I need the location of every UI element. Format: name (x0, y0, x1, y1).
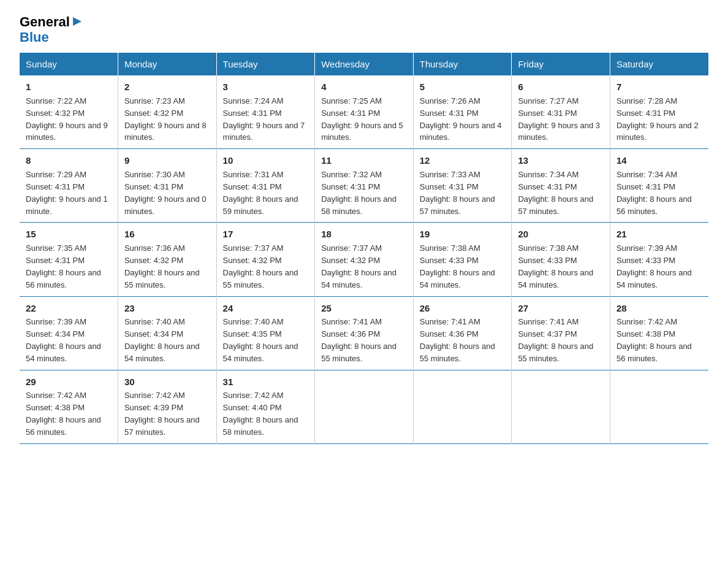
day-sunset: Sunset: 4:34 PM (26, 329, 85, 339)
calendar-cell: 19Sunrise: 7:38 AMSunset: 4:33 PMDayligh… (413, 223, 512, 296)
day-daylight: Daylight: 8 hours and 56 minutes. (616, 194, 692, 216)
calendar-cell: 11Sunrise: 7:32 AMSunset: 4:31 PMDayligh… (315, 149, 414, 223)
calendar-week-row: 22Sunrise: 7:39 AMSunset: 4:34 PMDayligh… (20, 296, 708, 370)
day-number: 25 (321, 302, 407, 315)
day-daylight: Daylight: 8 hours and 55 minutes. (321, 342, 396, 363)
day-daylight: Daylight: 8 hours and 54 minutes. (616, 268, 692, 289)
calendar-cell: 6Sunrise: 7:27 AMSunset: 4:31 PMDaylight… (512, 75, 610, 149)
day-daylight: Daylight: 9 hours and 2 minutes. (616, 121, 699, 142)
day-sunset: Sunset: 4:31 PM (321, 109, 380, 118)
day-number: 8 (26, 154, 112, 167)
day-sunset: Sunset: 4:33 PM (518, 256, 577, 265)
day-sunrise: Sunrise: 7:41 AM (420, 317, 480, 326)
calendar-cell: 26Sunrise: 7:41 AMSunset: 4:36 PMDayligh… (413, 296, 512, 370)
day-number: 6 (518, 80, 604, 94)
day-number: 26 (420, 302, 506, 315)
day-daylight: Daylight: 9 hours and 8 minutes. (124, 121, 207, 142)
calendar-cell: 24Sunrise: 7:40 AMSunset: 4:35 PMDayligh… (216, 296, 315, 370)
day-sunset: Sunset: 4:36 PM (420, 329, 479, 339)
day-daylight: Daylight: 9 hours and 1 minute. (26, 194, 108, 216)
logo-arrow-icon (70, 15, 84, 28)
day-number: 23 (124, 302, 210, 315)
day-sunset: Sunset: 4:31 PM (616, 109, 675, 118)
calendar-cell (512, 370, 610, 443)
day-daylight: Daylight: 8 hours and 57 minutes. (420, 194, 495, 216)
day-header-wednesday: Wednesday (315, 53, 414, 75)
day-number: 22 (26, 302, 112, 315)
day-daylight: Daylight: 8 hours and 54 minutes. (420, 268, 495, 289)
calendar-cell: 28Sunrise: 7:42 AMSunset: 4:38 PMDayligh… (610, 296, 708, 370)
day-sunrise: Sunrise: 7:31 AM (223, 170, 284, 179)
calendar-cell: 23Sunrise: 7:40 AMSunset: 4:34 PMDayligh… (118, 296, 216, 370)
day-number: 31 (223, 375, 309, 389)
day-number: 18 (321, 228, 407, 241)
day-sunset: Sunset: 4:31 PM (420, 182, 479, 191)
day-sunset: Sunset: 4:31 PM (616, 182, 675, 191)
day-header-tuesday: Tuesday (216, 53, 315, 75)
day-number: 9 (124, 154, 210, 167)
calendar-cell: 1Sunrise: 7:22 AMSunset: 4:32 PMDaylight… (20, 75, 118, 149)
day-sunset: Sunset: 4:33 PM (420, 256, 479, 265)
calendar-cell: 16Sunrise: 7:36 AMSunset: 4:32 PMDayligh… (118, 223, 216, 296)
day-sunrise: Sunrise: 7:37 AM (223, 243, 284, 253)
day-daylight: Daylight: 8 hours and 56 minutes. (26, 268, 101, 289)
day-sunrise: Sunrise: 7:41 AM (321, 317, 382, 326)
svg-marker-0 (73, 17, 82, 26)
day-sunrise: Sunrise: 7:25 AM (321, 96, 382, 105)
day-sunset: Sunset: 4:31 PM (223, 109, 282, 118)
logo: General Blue (20, 15, 84, 45)
calendar-cell: 27Sunrise: 7:41 AMSunset: 4:37 PMDayligh… (512, 296, 610, 370)
calendar-cell: 5Sunrise: 7:26 AMSunset: 4:31 PMDaylight… (413, 75, 512, 149)
day-number: 12 (420, 154, 506, 167)
day-daylight: Daylight: 9 hours and 5 minutes. (321, 121, 403, 142)
day-number: 7 (616, 80, 702, 94)
day-sunrise: Sunrise: 7:35 AM (26, 243, 86, 253)
day-number: 15 (26, 228, 112, 241)
calendar-cell (315, 370, 414, 443)
day-sunrise: Sunrise: 7:39 AM (616, 243, 677, 253)
day-daylight: Daylight: 8 hours and 57 minutes. (124, 415, 200, 437)
day-daylight: Daylight: 8 hours and 56 minutes. (26, 415, 101, 437)
day-number: 2 (124, 80, 210, 94)
day-number: 19 (420, 228, 506, 241)
day-daylight: Daylight: 8 hours and 58 minutes. (223, 415, 298, 437)
day-number: 3 (223, 80, 309, 94)
day-sunrise: Sunrise: 7:40 AM (124, 317, 185, 326)
day-sunrise: Sunrise: 7:29 AM (26, 170, 86, 179)
day-sunset: Sunset: 4:38 PM (26, 403, 85, 412)
day-sunrise: Sunrise: 7:22 AM (26, 96, 86, 105)
calendar-cell: 22Sunrise: 7:39 AMSunset: 4:34 PMDayligh… (20, 296, 118, 370)
calendar-week-row: 8Sunrise: 7:29 AMSunset: 4:31 PMDaylight… (20, 149, 708, 223)
day-daylight: Daylight: 8 hours and 55 minutes. (420, 342, 495, 363)
calendar-cell: 2Sunrise: 7:23 AMSunset: 4:32 PMDaylight… (118, 75, 216, 149)
day-sunset: Sunset: 4:32 PM (321, 256, 380, 265)
day-daylight: Daylight: 9 hours and 3 minutes. (518, 121, 600, 142)
day-sunset: Sunset: 4:32 PM (124, 256, 183, 265)
day-sunrise: Sunrise: 7:34 AM (616, 170, 677, 179)
day-sunset: Sunset: 4:39 PM (124, 403, 183, 412)
day-sunset: Sunset: 4:32 PM (223, 256, 282, 265)
day-number: 11 (321, 154, 407, 167)
day-sunrise: Sunrise: 7:39 AM (26, 317, 86, 326)
day-sunrise: Sunrise: 7:30 AM (124, 170, 185, 179)
day-sunrise: Sunrise: 7:26 AM (420, 96, 480, 105)
day-daylight: Daylight: 8 hours and 54 minutes. (26, 342, 101, 363)
day-sunrise: Sunrise: 7:33 AM (420, 170, 480, 179)
day-number: 4 (321, 80, 407, 94)
day-daylight: Daylight: 8 hours and 54 minutes. (124, 342, 200, 363)
calendar-body: 1Sunrise: 7:22 AMSunset: 4:32 PMDaylight… (20, 75, 708, 443)
day-number: 1 (26, 80, 112, 94)
day-sunset: Sunset: 4:31 PM (518, 109, 577, 118)
calendar-cell: 3Sunrise: 7:24 AMSunset: 4:31 PMDaylight… (216, 75, 315, 149)
calendar-cell: 10Sunrise: 7:31 AMSunset: 4:31 PMDayligh… (216, 149, 315, 223)
day-number: 5 (420, 80, 506, 94)
day-sunrise: Sunrise: 7:38 AM (518, 243, 578, 253)
day-number: 28 (616, 302, 702, 315)
day-number: 27 (518, 302, 604, 315)
day-sunrise: Sunrise: 7:41 AM (518, 317, 578, 326)
day-sunset: Sunset: 4:37 PM (518, 329, 577, 339)
day-sunrise: Sunrise: 7:24 AM (223, 96, 284, 105)
calendar-cell: 29Sunrise: 7:42 AMSunset: 4:38 PMDayligh… (20, 370, 118, 443)
day-sunrise: Sunrise: 7:28 AM (616, 96, 677, 105)
day-sunrise: Sunrise: 7:42 AM (124, 391, 185, 400)
